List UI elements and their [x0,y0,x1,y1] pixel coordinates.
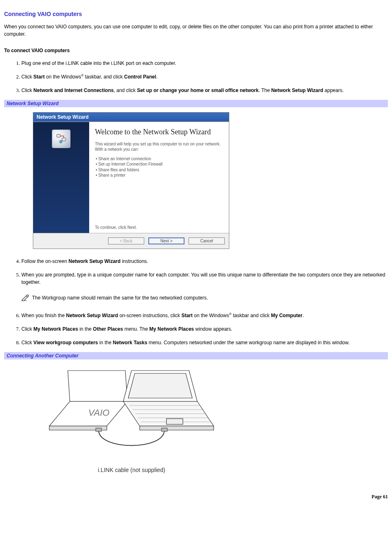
wizard-titlebar: Network Setup Wizard [33,113,229,122]
t: Click [21,326,33,332]
t: on the Windows [45,74,81,80]
svg-rect-17 [161,428,167,431]
intro-text: When you connect two VAIO computers, you… [4,23,388,38]
step-8: Click View workgroup computers in the Ne… [21,339,388,346]
back-button[interactable]: < Back [108,237,144,244]
wizard-subtext: This wizard will help you set up this co… [95,141,221,152]
t: Other Places [93,326,123,332]
note-text: The Workgroup name should remain the sam… [32,294,208,302]
pencil-icon [21,295,30,301]
t: My Network Places [149,326,194,332]
laptops-illustration: VAIO i.LINK cable ( [37,364,226,473]
t: When you finish the [21,313,66,318]
t: Follow the on-screen [21,258,69,264]
wizard-sidebar [33,122,89,233]
t: on the Windows [193,313,229,318]
t: Control Panel [124,74,156,80]
wizard-main: Welcome to the Network Setup Wizard This… [89,122,229,233]
t: menu. Computers networked under the same… [147,340,349,345]
t: Network Setup Wizard [66,313,118,318]
next-button[interactable]: Next > [148,237,184,244]
figure-caption-connecting: Connecting Another Computer [4,352,388,359]
wizard-bullet: Share files and folders [96,167,221,173]
network-icon [52,129,71,148]
t: Set up or change your home or small offi… [137,88,258,93]
svg-marker-15 [140,426,214,430]
t: My Computer [271,313,302,318]
t: Click [21,74,33,80]
illustration-caption: i.LINK cable (not supplied) [37,467,226,473]
steps-list-a: Plug one end of the i.LINK cable into th… [4,59,388,94]
wizard-bullet: Set up Internet Connection Firewall [96,161,221,167]
subheading: To connect VAIO computers [4,48,388,53]
vaio-logo: VAIO [88,408,109,418]
step-7: Click My Network Places in the Other Pla… [21,325,388,333]
t: My Network Places [33,326,78,332]
t: Network and Internet Connections [33,88,113,93]
wizard-window: Network Setup Wizard Welcome to the Netw… [33,112,229,249]
t: Start [33,74,44,80]
t: taskbar and click [231,313,271,318]
t: menu. The [123,326,149,332]
t: window appears. [194,326,232,332]
t: View workgroup computers [33,340,98,345]
t: in the [98,340,113,345]
svg-rect-0 [57,134,60,137]
step-6: When you finish the Network Setup Wizard… [21,311,388,319]
page-number: Page 61 [4,494,388,500]
step-2: Click Start on the Windows® taskbar, and… [21,73,388,81]
cancel-button[interactable]: Cancel [189,237,225,244]
t: in the [78,326,93,332]
t: taskbar, and click [83,74,124,80]
t: Click [21,88,33,93]
t: . [156,74,157,80]
t: appears. [323,88,344,93]
wizard-heading: Welcome to the Network Setup Wizard [95,128,221,136]
t: Start [181,313,192,318]
wizard-bullet: Share a printer [96,173,221,178]
step-5: When you are prompted, type in a unique … [21,271,388,302]
t: on-screen instructions, click [118,313,181,318]
wizard-bullet-list: Share an Internet connection Set up Inte… [96,156,221,178]
figure-caption-wizard: Network Setup Wizard [4,100,388,107]
t: Network Tasks [113,340,148,345]
step-1: Plug one end of the i.LINK cable into th… [21,59,388,67]
wizard-bullet: Share an Internet connection [96,156,221,162]
wizard-continue-text: To continue, click Next. [95,225,137,230]
page-title: Connecting VAIO computers [4,11,388,17]
t: , and click [114,88,137,93]
steps-list-b: Follow the on-screen Network Setup Wizar… [4,257,388,346]
step-4: Follow the on-screen Network Setup Wizar… [21,257,388,265]
note-row: The Workgroup name should remain the sam… [21,294,388,302]
step-3: Click Network and Internet Connections, … [21,86,388,94]
svg-marker-4 [68,371,127,401]
t: When you are prompted, type in a unique … [21,272,385,285]
t: Network Setup Wizard [271,88,323,93]
t: Network Setup Wizard [69,258,121,264]
wizard-button-row: < Back Next > Cancel [33,233,229,249]
t: . [302,313,304,318]
svg-point-2 [60,140,62,143]
svg-marker-14 [128,373,192,398]
wizard-body: Welcome to the Network Setup Wizard This… [33,122,229,233]
t: . The [258,88,271,93]
svg-rect-1 [62,138,66,141]
svg-rect-16 [96,428,101,431]
svg-rect-12 [166,419,183,424]
t: instructions. [120,258,148,264]
t: Click [21,340,33,345]
